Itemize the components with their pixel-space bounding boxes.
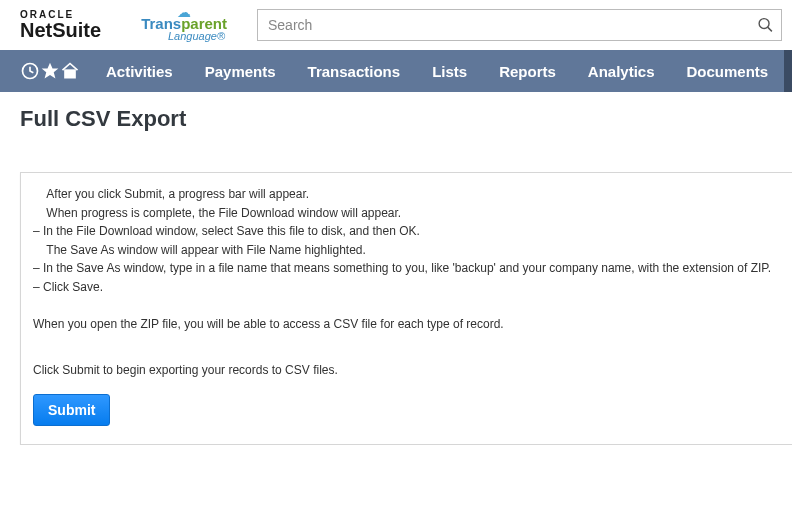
transparent-logo-sub: Language® [168,31,225,42]
main-nav: Activities Payments Transactions Lists R… [0,50,792,92]
instruction-line: – Click Save. [33,278,776,297]
svg-marker-3 [42,63,59,79]
svg-point-0 [759,19,769,29]
export-card: After you click Submit, a progress bar w… [20,172,792,445]
nav-items: Activities Payments Transactions Lists R… [90,50,792,92]
page-title: Full CSV Export [20,106,792,132]
page-content: Full CSV Export After you click Submit, … [0,92,792,445]
favorites-icon[interactable] [40,50,60,92]
logo-netsuite-text: NetSuite [20,20,101,40]
oracle-netsuite-logo: ORACLE NetSuite [20,10,101,40]
nav-activities[interactable]: Activities [90,50,189,92]
transparent-language-logo: ☁ Transparent Language® [141,8,227,42]
search-icon[interactable] [757,17,774,34]
svg-line-1 [768,27,772,31]
nav-payments[interactable]: Payments [189,50,292,92]
nav-reports[interactable]: Reports [483,50,572,92]
instruction-line: When progress is complete, the File Down… [33,204,776,223]
open-zip-note: When you open the ZIP file, you will be … [33,315,776,334]
nav-analytics[interactable]: Analytics [572,50,671,92]
instructions-block: After you click Submit, a progress bar w… [33,185,776,297]
submit-button[interactable]: Submit [33,394,110,426]
instruction-line: – In the File Download window, select Sa… [33,222,776,241]
recent-records-icon[interactable] [20,50,40,92]
home-icon[interactable] [60,50,80,92]
instruction-line: – In the Save As window, type in a file … [33,259,776,278]
instruction-line: The Save As window will appear with File… [33,241,776,260]
global-search [257,9,782,41]
search-input[interactable] [257,9,782,41]
submit-prompt: Click Submit to begin exporting your rec… [33,361,776,380]
nav-lists[interactable]: Lists [416,50,483,92]
instruction-line: After you click Submit, a progress bar w… [33,185,776,204]
nav-documents[interactable]: Documents [671,50,785,92]
nav-setup-truncated[interactable]: S [784,50,792,92]
top-bar: ORACLE NetSuite ☁ Transparent Language® [0,0,792,50]
nav-transactions[interactable]: Transactions [292,50,417,92]
transparent-logo-text: Transparent [141,16,227,31]
